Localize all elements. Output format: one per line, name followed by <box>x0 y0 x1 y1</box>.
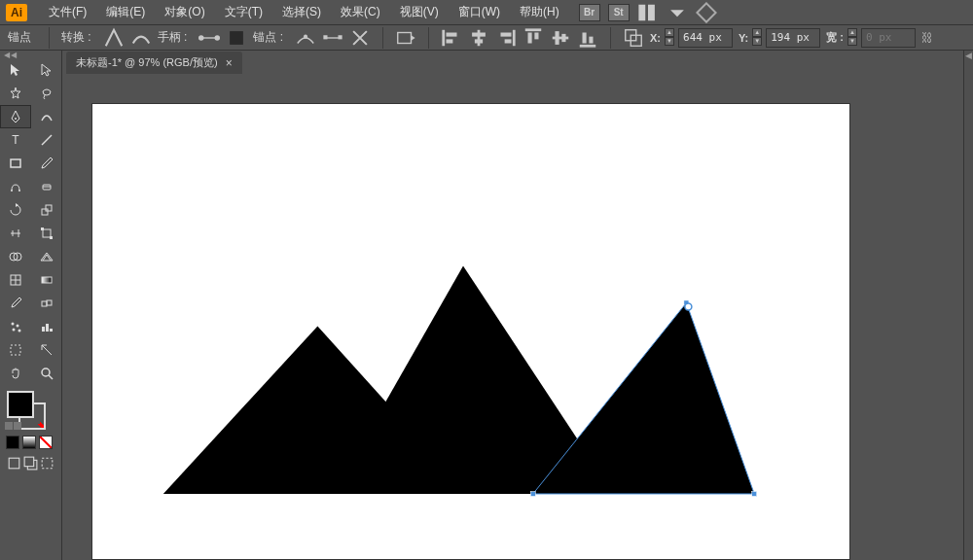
paintbrush-tool[interactable] <box>31 152 62 175</box>
align-top-icon[interactable] <box>523 27 544 49</box>
align-vcenter-icon[interactable] <box>550 27 571 49</box>
blend-tool[interactable] <box>31 292 62 315</box>
menu-edit[interactable]: 编辑(E) <box>96 0 155 24</box>
shape-mode-icon[interactable] <box>623 27 644 49</box>
perspective-grid-tool[interactable] <box>31 245 62 268</box>
column-graph-tool[interactable] <box>31 315 62 338</box>
arrange-documents-icon[interactable] <box>637 4 659 21</box>
line-segment-tool[interactable] <box>31 128 62 152</box>
artboard-tool[interactable] <box>0 338 31 362</box>
x-stepper[interactable]: ▲▼ <box>665 28 674 48</box>
svg-rect-60 <box>50 329 53 332</box>
right-panels-collapsed[interactable]: ◀ <box>963 51 973 560</box>
convert-corner-icon[interactable] <box>103 27 125 49</box>
shaper-tool[interactable] <box>0 175 31 198</box>
magic-wand-tool[interactable] <box>0 82 31 105</box>
anchor-handle[interactable] <box>752 491 757 496</box>
free-transform-tool[interactable] <box>31 222 62 245</box>
menu-select[interactable]: 选择(S) <box>272 0 331 24</box>
svg-rect-0 <box>638 4 645 20</box>
mesh-tool[interactable] <box>0 268 31 292</box>
workspace-switcher-icon[interactable] <box>667 4 688 21</box>
gradient-tool[interactable] <box>31 268 62 292</box>
menu-help[interactable]: 帮助(H) <box>510 0 569 24</box>
rectangle-tool[interactable] <box>0 152 31 175</box>
y-input[interactable] <box>766 28 820 48</box>
curvature-tool[interactable] <box>31 105 62 128</box>
panel-expand-grip[interactable]: ◀ <box>964 51 973 60</box>
hide-handles-icon[interactable] <box>226 27 247 49</box>
width-tool[interactable] <box>0 222 31 245</box>
anchor-handle[interactable] <box>530 491 535 496</box>
remove-anchor-icon[interactable] <box>295 27 316 49</box>
bridge-button[interactable]: Br <box>579 4 600 21</box>
scale-tool[interactable] <box>31 198 62 222</box>
svg-rect-1 <box>648 4 655 20</box>
menu-window[interactable]: 窗口(W) <box>449 0 510 24</box>
y-stepper[interactable]: ▲▼ <box>752 28 762 48</box>
menu-type[interactable]: 文字(T) <box>215 0 272 24</box>
align-right-icon[interactable] <box>495 27 517 49</box>
hand-tool[interactable] <box>0 362 31 385</box>
doc-tab[interactable]: 未标题-1* @ 97% (RGB/预览) × <box>66 52 242 74</box>
cut-path-icon[interactable] <box>349 27 371 49</box>
color-mode-gradient[interactable] <box>22 436 36 449</box>
lasso-tool[interactable] <box>31 82 62 105</box>
svg-rect-41 <box>42 209 48 215</box>
draw-behind-icon[interactable] <box>22 455 39 471</box>
convert-smooth-icon[interactable] <box>130 27 152 49</box>
svg-marker-2 <box>670 10 684 17</box>
menu-effect[interactable]: 效果(C) <box>331 0 390 24</box>
selected-anchor-indicator[interactable] <box>685 303 692 310</box>
shape-builder-tool[interactable] <box>0 245 31 268</box>
svg-rect-13 <box>447 32 457 36</box>
doc-tab-close[interactable]: × <box>226 56 233 70</box>
color-mode-solid[interactable] <box>6 436 19 449</box>
svg-text:T: T <box>12 133 19 147</box>
slice-tool[interactable] <box>31 338 62 362</box>
draw-inside-icon[interactable] <box>39 455 55 471</box>
selection-tool[interactable] <box>0 58 31 82</box>
eraser-tool[interactable] <box>31 175 62 198</box>
svg-rect-16 <box>472 32 486 36</box>
align-left-icon[interactable] <box>441 27 462 49</box>
menu-view[interactable]: 视图(V) <box>390 0 449 24</box>
separator <box>610 27 611 49</box>
w-stepper[interactable]: ▲▼ <box>847 28 857 48</box>
swap-default-swatch[interactable] <box>5 422 21 430</box>
rotate-tool[interactable] <box>0 198 31 222</box>
align-bottom-icon[interactable] <box>577 27 598 49</box>
type-tool[interactable]: T <box>0 128 31 152</box>
canvas-viewport[interactable] <box>62 74 963 560</box>
sync-settings-icon[interactable] <box>696 4 717 21</box>
menu-file[interactable]: 文件(F) <box>39 0 96 24</box>
doc-tabs: 未标题-1* @ 97% (RGB/预览) × <box>62 51 963 74</box>
draw-normal-icon[interactable] <box>6 455 22 471</box>
link-wh-icon[interactable]: ⛓ <box>921 31 933 45</box>
svg-rect-19 <box>501 32 512 36</box>
svg-rect-44 <box>41 228 44 230</box>
isolate-icon[interactable] <box>395 27 416 49</box>
direct-selection-tool[interactable] <box>31 58 62 82</box>
svg-rect-9 <box>339 35 342 39</box>
toolbox: ◀◀ T <box>0 51 62 560</box>
symbol-sprayer-tool[interactable] <box>0 315 31 338</box>
toolbox-grip[interactable]: ◀◀ <box>0 51 61 58</box>
triangle-shape-selected[interactable] <box>533 302 754 493</box>
pen-tool[interactable] <box>0 105 31 128</box>
artboard[interactable] <box>91 103 850 560</box>
align-hcenter-icon[interactable] <box>468 27 489 49</box>
stock-button[interactable]: St <box>608 4 630 21</box>
svg-point-7 <box>304 34 307 38</box>
show-handles-icon[interactable] <box>198 27 220 49</box>
eyedropper-tool[interactable] <box>0 292 31 315</box>
connect-endpoints-icon[interactable] <box>322 27 343 49</box>
svg-rect-66 <box>24 457 34 467</box>
app-logo: Ai <box>6 4 27 21</box>
fill-swatch[interactable] <box>7 391 34 418</box>
x-input[interactable] <box>678 28 733 48</box>
svg-rect-67 <box>42 458 53 469</box>
color-mode-none[interactable] <box>39 436 53 449</box>
zoom-tool[interactable] <box>31 362 62 385</box>
menu-object[interactable]: 对象(O) <box>155 0 214 24</box>
